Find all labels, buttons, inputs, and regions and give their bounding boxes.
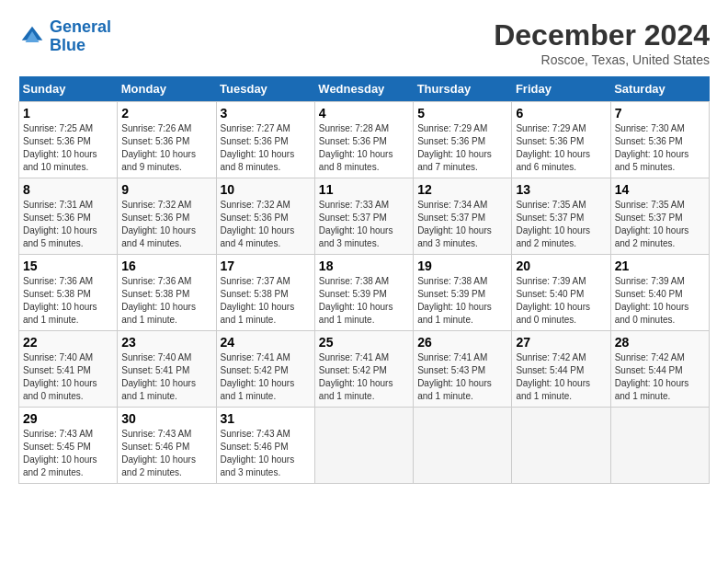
calendar-table: Sunday Monday Tuesday Wednesday Thursday… bbox=[18, 76, 710, 484]
calendar-week-row: 8 Sunrise: 7:31 AM Sunset: 5:36 PM Dayli… bbox=[19, 178, 710, 255]
location: Roscoe, Texas, United States bbox=[494, 52, 710, 67]
day-info: Sunrise: 7:33 AM Sunset: 5:37 PM Dayligh… bbox=[319, 199, 409, 250]
day-info: Sunrise: 7:43 AM Sunset: 5:45 PM Dayligh… bbox=[23, 428, 113, 479]
calendar-cell: 19 Sunrise: 7:38 AM Sunset: 5:39 PM Dayl… bbox=[414, 255, 512, 331]
calendar-cell: 3 Sunrise: 7:27 AM Sunset: 5:36 PM Dayli… bbox=[216, 102, 314, 178]
calendar-cell: 9 Sunrise: 7:32 AM Sunset: 5:36 PM Dayli… bbox=[118, 178, 216, 255]
day-info: Sunrise: 7:38 AM Sunset: 5:39 PM Dayligh… bbox=[417, 275, 507, 327]
calendar-cell: 18 Sunrise: 7:38 AM Sunset: 5:39 PM Dayl… bbox=[314, 255, 413, 331]
day-number: 3 bbox=[221, 106, 311, 121]
day-number: 17 bbox=[221, 259, 311, 273]
calendar-cell: 2 Sunrise: 7:26 AM Sunset: 5:36 PM Dayli… bbox=[118, 102, 216, 178]
calendar-cell: 24 Sunrise: 7:41 AM Sunset: 5:42 PM Dayl… bbox=[216, 331, 314, 408]
day-info: Sunrise: 7:41 AM Sunset: 5:42 PM Dayligh… bbox=[319, 351, 409, 403]
calendar-cell: 14 Sunrise: 7:35 AM Sunset: 5:37 PM Dayl… bbox=[610, 178, 709, 255]
day-info: Sunrise: 7:30 AM Sunset: 5:36 PM Dayligh… bbox=[615, 122, 705, 174]
day-number: 20 bbox=[516, 259, 606, 273]
calendar-cell: 31 Sunrise: 7:43 AM Sunset: 5:46 PM Dayl… bbox=[216, 408, 314, 484]
logo: General Blue bbox=[18, 18, 111, 55]
calendar-week-row: 29 Sunrise: 7:43 AM Sunset: 5:45 PM Dayl… bbox=[19, 408, 710, 484]
calendar-cell: 11 Sunrise: 7:33 AM Sunset: 5:37 PM Dayl… bbox=[314, 178, 413, 255]
calendar-header-row: Sunday Monday Tuesday Wednesday Thursday… bbox=[19, 76, 710, 102]
day-number: 5 bbox=[417, 106, 507, 121]
calendar-cell bbox=[414, 408, 512, 484]
day-info: Sunrise: 7:26 AM Sunset: 5:36 PM Dayligh… bbox=[121, 122, 211, 174]
header-thursday: Thursday bbox=[414, 76, 512, 102]
day-number: 12 bbox=[417, 182, 507, 197]
calendar-cell: 20 Sunrise: 7:39 AM Sunset: 5:40 PM Dayl… bbox=[512, 255, 610, 331]
calendar-cell: 16 Sunrise: 7:36 AM Sunset: 5:38 PM Dayl… bbox=[118, 255, 216, 331]
calendar-cell: 13 Sunrise: 7:35 AM Sunset: 5:37 PM Dayl… bbox=[512, 178, 610, 255]
day-info: Sunrise: 7:40 AM Sunset: 5:41 PM Dayligh… bbox=[121, 351, 211, 403]
day-number: 11 bbox=[319, 182, 409, 197]
day-number: 22 bbox=[23, 335, 113, 350]
header-wednesday: Wednesday bbox=[314, 76, 413, 102]
title-area: December 2024 Roscoe, Texas, United Stat… bbox=[494, 18, 710, 67]
day-number: 8 bbox=[23, 182, 113, 197]
calendar-cell: 22 Sunrise: 7:40 AM Sunset: 5:41 PM Dayl… bbox=[19, 331, 118, 408]
calendar-cell: 27 Sunrise: 7:42 AM Sunset: 5:44 PM Dayl… bbox=[512, 331, 610, 408]
day-number: 23 bbox=[121, 335, 211, 350]
day-info: Sunrise: 7:31 AM Sunset: 5:36 PM Dayligh… bbox=[23, 199, 113, 250]
header-tuesday: Tuesday bbox=[216, 76, 314, 102]
day-info: Sunrise: 7:27 AM Sunset: 5:36 PM Dayligh… bbox=[221, 122, 311, 174]
day-number: 4 bbox=[319, 106, 409, 121]
day-info: Sunrise: 7:42 AM Sunset: 5:44 PM Dayligh… bbox=[516, 351, 606, 403]
day-number: 2 bbox=[121, 106, 211, 121]
day-number: 30 bbox=[121, 411, 211, 426]
calendar-cell: 29 Sunrise: 7:43 AM Sunset: 5:45 PM Dayl… bbox=[19, 408, 118, 484]
day-info: Sunrise: 7:29 AM Sunset: 5:36 PM Dayligh… bbox=[516, 122, 606, 174]
day-number: 31 bbox=[221, 411, 311, 426]
header-monday: Monday bbox=[118, 76, 216, 102]
day-info: Sunrise: 7:35 AM Sunset: 5:37 PM Dayligh… bbox=[516, 199, 606, 250]
calendar-week-row: 22 Sunrise: 7:40 AM Sunset: 5:41 PM Dayl… bbox=[19, 331, 710, 408]
calendar-cell: 25 Sunrise: 7:41 AM Sunset: 5:42 PM Dayl… bbox=[314, 331, 413, 408]
day-info: Sunrise: 7:39 AM Sunset: 5:40 PM Dayligh… bbox=[516, 275, 606, 327]
day-info: Sunrise: 7:28 AM Sunset: 5:36 PM Dayligh… bbox=[319, 122, 409, 174]
day-number: 19 bbox=[417, 259, 507, 273]
day-info: Sunrise: 7:41 AM Sunset: 5:43 PM Dayligh… bbox=[417, 351, 507, 403]
day-info: Sunrise: 7:25 AM Sunset: 5:36 PM Dayligh… bbox=[23, 122, 113, 174]
month-title: December 2024 bbox=[494, 18, 710, 52]
calendar-week-row: 1 Sunrise: 7:25 AM Sunset: 5:36 PM Dayli… bbox=[19, 102, 710, 178]
calendar-cell: 12 Sunrise: 7:34 AM Sunset: 5:37 PM Dayl… bbox=[414, 178, 512, 255]
calendar-cell bbox=[512, 408, 610, 484]
day-info: Sunrise: 7:32 AM Sunset: 5:36 PM Dayligh… bbox=[121, 199, 211, 250]
day-info: Sunrise: 7:43 AM Sunset: 5:46 PM Dayligh… bbox=[121, 428, 211, 479]
calendar-cell: 30 Sunrise: 7:43 AM Sunset: 5:46 PM Dayl… bbox=[118, 408, 216, 484]
calendar-cell: 1 Sunrise: 7:25 AM Sunset: 5:36 PM Dayli… bbox=[19, 102, 118, 178]
day-number: 14 bbox=[615, 182, 705, 197]
day-info: Sunrise: 7:34 AM Sunset: 5:37 PM Dayligh… bbox=[417, 199, 507, 250]
calendar-week-row: 15 Sunrise: 7:36 AM Sunset: 5:38 PM Dayl… bbox=[19, 255, 710, 331]
header-saturday: Saturday bbox=[610, 76, 709, 102]
day-number: 15 bbox=[23, 259, 113, 273]
day-number: 16 bbox=[121, 259, 211, 273]
day-number: 24 bbox=[221, 335, 311, 350]
header-sunday: Sunday bbox=[19, 76, 118, 102]
calendar-cell: 23 Sunrise: 7:40 AM Sunset: 5:41 PM Dayl… bbox=[118, 331, 216, 408]
day-number: 18 bbox=[319, 259, 409, 273]
calendar-cell: 28 Sunrise: 7:42 AM Sunset: 5:44 PM Dayl… bbox=[610, 331, 709, 408]
header: General Blue December 2024 Roscoe, Texas… bbox=[18, 18, 710, 67]
day-number: 25 bbox=[319, 335, 409, 350]
calendar-cell: 17 Sunrise: 7:37 AM Sunset: 5:38 PM Dayl… bbox=[216, 255, 314, 331]
calendar-cell: 7 Sunrise: 7:30 AM Sunset: 5:36 PM Dayli… bbox=[610, 102, 709, 178]
day-number: 28 bbox=[615, 335, 705, 350]
day-info: Sunrise: 7:36 AM Sunset: 5:38 PM Dayligh… bbox=[23, 275, 113, 327]
day-number: 27 bbox=[516, 335, 606, 350]
calendar-cell: 10 Sunrise: 7:32 AM Sunset: 5:36 PM Dayl… bbox=[216, 178, 314, 255]
calendar-cell: 6 Sunrise: 7:29 AM Sunset: 5:36 PM Dayli… bbox=[512, 102, 610, 178]
day-info: Sunrise: 7:41 AM Sunset: 5:42 PM Dayligh… bbox=[221, 351, 311, 403]
header-friday: Friday bbox=[512, 76, 610, 102]
day-number: 26 bbox=[417, 335, 507, 350]
calendar-cell: 5 Sunrise: 7:29 AM Sunset: 5:36 PM Dayli… bbox=[414, 102, 512, 178]
calendar-cell: 26 Sunrise: 7:41 AM Sunset: 5:43 PM Dayl… bbox=[414, 331, 512, 408]
day-number: 9 bbox=[121, 182, 211, 197]
day-number: 13 bbox=[516, 182, 606, 197]
day-info: Sunrise: 7:38 AM Sunset: 5:39 PM Dayligh… bbox=[319, 275, 409, 327]
day-number: 10 bbox=[221, 182, 311, 197]
calendar-cell bbox=[610, 408, 709, 484]
day-info: Sunrise: 7:43 AM Sunset: 5:46 PM Dayligh… bbox=[221, 428, 311, 479]
calendar-cell: 21 Sunrise: 7:39 AM Sunset: 5:40 PM Dayl… bbox=[610, 255, 709, 331]
calendar-cell bbox=[314, 408, 413, 484]
